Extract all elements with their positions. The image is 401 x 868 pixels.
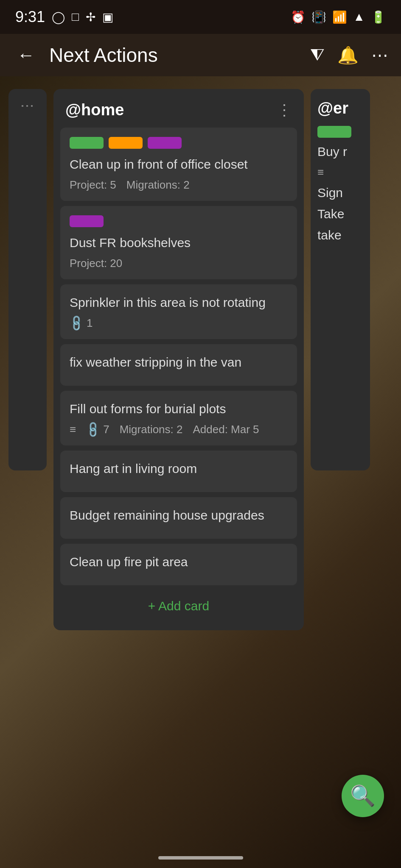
main-content: ⋮ @home ⋮ Clean up in front of office cl… — [0, 76, 401, 868]
shield-icon: ✢ — [86, 10, 95, 24]
card-title: @home — [65, 101, 124, 119]
task-meta: Project: 5 Migrations: 2 — [70, 178, 288, 192]
right-card-lines-icon: ≡ — [317, 166, 363, 179]
status-icons-left: ◯ □ ✢ ▣ — [52, 10, 113, 24]
status-time: 9:31 — [15, 8, 45, 26]
nav-bar: ← Next Actions ⧨ 🔔 ⋯ — [0, 34, 401, 76]
task-item[interactable]: Clean up fire pit area — [60, 544, 297, 585]
task-meta: ≡ 🔗 7 Migrations: 2 Added: Mar 5 — [70, 423, 288, 436]
task-title: Clean up in front of office closet — [70, 156, 288, 173]
page-title: Next Actions — [49, 44, 300, 67]
task-migrations: Migrations: 2 — [120, 423, 183, 436]
task-item[interactable]: Sprinkler in this area is not rotating 🔗… — [60, 284, 297, 339]
task-tags — [70, 137, 288, 149]
right-card-title: @er — [317, 99, 363, 117]
right-card-text-1: Buy r — [317, 145, 363, 159]
task-migrations: Migrations: 2 — [126, 178, 190, 192]
right-partial-card[interactable]: @er Buy r ≡ Sign Take take — [311, 89, 370, 470]
task-item[interactable]: Clean up in front of office closet Proje… — [60, 128, 297, 201]
alarm-icon: ⏰ — [291, 10, 306, 24]
vibrate-icon: 📳 — [311, 10, 326, 24]
tag-purple — [148, 137, 182, 149]
card-header: @home ⋮ — [53, 89, 304, 128]
status-bar: 9:31 ◯ □ ✢ ▣ ⏰ 📳 📶 ▲ 🔋 — [0, 0, 401, 34]
bell-icon[interactable]: 🔔 — [337, 45, 359, 65]
task-title: Budget remaining house upgrades — [70, 506, 288, 524]
task-title: Fill out forms for burial plots — [70, 400, 288, 418]
task-title: Dust FR bookshelves — [70, 234, 288, 252]
left-partial-card[interactable]: ⋮ — [8, 89, 47, 470]
nav-icons: ⧨ 🔔 ⋯ — [310, 45, 388, 65]
signal-icon: ▲ — [353, 10, 365, 24]
fab-search-button[interactable]: 🔍 — [342, 775, 384, 817]
task-title: Clean up fire pit area — [70, 553, 288, 571]
left-card-menu-icon[interactable]: ⋮ — [20, 99, 36, 114]
status-icons-right: ⏰ 📳 📶 ▲ 🔋 — [291, 10, 386, 24]
attachment-meta: 🔗 7 — [86, 423, 109, 436]
back-button[interactable]: ← — [13, 41, 39, 70]
task-title: Hang art in living room — [70, 460, 288, 478]
right-card-text-4: take — [317, 228, 363, 242]
battery-icon: 🔋 — [371, 10, 386, 24]
facebook-icon: ◯ — [52, 10, 65, 24]
task-title: fix weather stripping in the van — [70, 353, 288, 371]
notes-icon: ≡ — [70, 423, 76, 436]
attachment-count: 1 — [87, 317, 93, 330]
task-item[interactable]: Hang art in living room — [60, 451, 297, 492]
attachment-icon: 🔗 1 — [70, 317, 93, 330]
right-tag-green — [317, 126, 351, 138]
task-item[interactable]: Fill out forms for burial plots ≡ 🔗 7 Mi… — [60, 391, 297, 445]
home-card: @home ⋮ Clean up in front of office clos… — [53, 89, 304, 630]
task-item[interactable]: fix weather stripping in the van — [60, 344, 297, 386]
search-icon: 🔍 — [350, 784, 376, 808]
task-added: Added: Mar 5 — [193, 423, 259, 436]
task-tags — [70, 215, 288, 227]
tag-green — [70, 137, 104, 149]
zulip-icon: ▣ — [102, 10, 113, 24]
paperclip-icon: 🔗 — [67, 314, 86, 333]
filter-icon[interactable]: ⧨ — [310, 45, 325, 65]
cards-container: ⋮ @home ⋮ Clean up in front of office cl… — [0, 76, 401, 643]
task-item[interactable]: Dust FR bookshelves Project: 20 — [60, 206, 297, 279]
add-card-button[interactable]: + Add card — [53, 590, 304, 622]
task-title: Sprinkler in this area is not rotating — [70, 294, 288, 312]
card-options-icon[interactable]: ⋮ — [277, 101, 292, 119]
more-icon[interactable]: ⋯ — [371, 45, 388, 65]
task-meta: 🔗 1 — [70, 317, 288, 330]
clipboard-icon: □ — [72, 10, 79, 24]
right-card-text-2: Sign — [317, 186, 363, 200]
wifi-icon: 📶 — [332, 10, 347, 24]
task-project: Project: 5 — [70, 178, 116, 192]
task-project: Project: 20 — [70, 257, 122, 270]
bottom-nav-indicator — [158, 856, 243, 860]
task-meta: Project: 20 — [70, 257, 288, 270]
right-card-text-3: Take — [317, 207, 363, 221]
attachment-count: 7 — [103, 423, 109, 436]
tag-orange — [109, 137, 143, 149]
tag-purple — [70, 215, 104, 227]
paperclip-icon: 🔗 — [84, 420, 103, 439]
task-item[interactable]: Budget remaining house upgrades — [60, 497, 297, 539]
